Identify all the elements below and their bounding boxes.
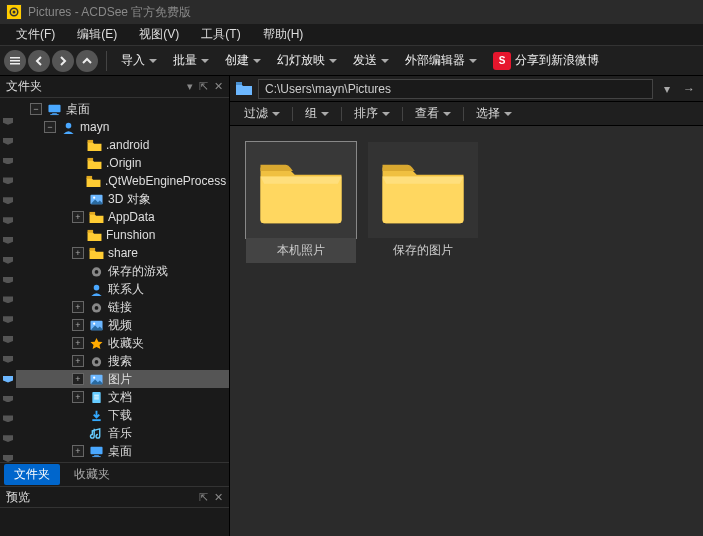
menu-button[interactable] — [4, 50, 26, 72]
select-dropdown[interactable]: 选择 — [470, 103, 518, 124]
svg-rect-2 — [10, 57, 20, 59]
menu-item[interactable]: 工具(T) — [191, 24, 250, 45]
filter-dropdown[interactable]: 过滤 — [238, 103, 286, 124]
close-icon[interactable]: ✕ — [214, 80, 223, 93]
collapse-icon[interactable]: − — [44, 121, 56, 133]
bookmark-marker[interactable] — [3, 197, 13, 204]
bookmark-marker[interactable] — [3, 277, 13, 284]
tree-node[interactable]: 下载 — [16, 406, 229, 424]
menu-item[interactable]: 帮助(H) — [253, 24, 314, 45]
menu-item[interactable]: 编辑(E) — [67, 24, 127, 45]
tree-node[interactable]: 3D 对象 — [16, 190, 229, 208]
sort-dropdown[interactable]: 排序 — [348, 103, 396, 124]
thumbnail-image — [368, 142, 478, 238]
expand-icon[interactable]: + — [72, 301, 84, 313]
tree-node[interactable]: +AppData — [16, 208, 229, 226]
folder-thumbnail[interactable]: 本机照片 — [246, 142, 356, 263]
expand-icon[interactable]: + — [72, 391, 84, 403]
collapse-icon[interactable]: − — [30, 103, 42, 115]
share-weibo-button[interactable]: S 分享到新浪微博 — [487, 50, 605, 72]
path-dropdown-icon[interactable]: ▾ — [659, 82, 675, 96]
tree-node[interactable]: 保存的游戏 — [16, 262, 229, 280]
tree-node[interactable]: Funshion — [16, 226, 229, 244]
bookmark-marker[interactable] — [3, 356, 13, 363]
folder-tree[interactable]: −桌面−mayn.android.Origin.QtWebEngineProce… — [16, 98, 229, 462]
bookmark-marker[interactable] — [3, 415, 13, 422]
tree-node[interactable]: .android — [16, 136, 229, 154]
tree-node-label: 3D 对象 — [108, 191, 151, 208]
spacer — [72, 265, 84, 277]
tree-node[interactable]: .Origin — [16, 154, 229, 172]
menu-item[interactable]: 视图(V) — [129, 24, 189, 45]
bookmark-marker[interactable] — [3, 118, 13, 125]
tree-node[interactable]: −桌面 — [16, 100, 229, 118]
back-button[interactable] — [28, 50, 50, 72]
bookmark-marker[interactable] — [3, 237, 13, 244]
tree-node-label: 视频 — [108, 317, 132, 334]
tree-node[interactable]: +搜索 — [16, 352, 229, 370]
expand-icon[interactable]: + — [72, 337, 84, 349]
close-icon[interactable]: ✕ — [214, 491, 223, 504]
bookmark-marker[interactable] — [3, 138, 13, 145]
bookmark-marker[interactable] — [3, 396, 13, 403]
tree-node[interactable]: 音乐 — [16, 424, 229, 442]
expand-icon[interactable]: + — [72, 373, 84, 385]
chevron-down-icon — [382, 112, 390, 116]
bookmark-marker[interactable] — [3, 316, 13, 323]
path-input[interactable] — [258, 79, 653, 99]
bookmark-marker[interactable] — [3, 217, 13, 224]
thumbnail-image — [246, 142, 356, 238]
bookmark-marker[interactable] — [3, 158, 13, 165]
tab-folders[interactable]: 文件夹 — [4, 464, 60, 485]
bookmark-marker[interactable] — [3, 296, 13, 303]
expand-icon[interactable]: + — [72, 211, 84, 223]
thumbnail-grid[interactable]: 本机照片保存的图片 — [230, 126, 703, 536]
bookmark-marker[interactable] — [3, 455, 13, 462]
send-dropdown[interactable]: 发送 — [347, 50, 395, 71]
tree-node[interactable]: −mayn — [16, 118, 229, 136]
view-dropdown[interactable]: 查看 — [409, 103, 457, 124]
expand-icon[interactable]: + — [72, 355, 84, 367]
tree-node[interactable]: .QtWebEngineProcess — [16, 172, 229, 190]
slideshow-dropdown[interactable]: 幻灯放映 — [271, 50, 343, 71]
bookmark-marker[interactable] — [3, 257, 13, 264]
import-dropdown[interactable]: 导入 — [115, 50, 163, 71]
panel-menu-icon[interactable]: ▾ — [187, 80, 193, 93]
tree-node[interactable]: 联系人 — [16, 280, 229, 298]
panel-title: 文件夹 — [6, 78, 42, 95]
go-button[interactable]: → — [681, 82, 697, 96]
pin-icon[interactable]: ⇱ — [199, 491, 208, 504]
expand-icon[interactable]: + — [72, 445, 84, 457]
tree-node[interactable]: +share — [16, 244, 229, 262]
external-editor-dropdown[interactable]: 外部编辑器 — [399, 50, 483, 71]
tab-favorites[interactable]: 收藏夹 — [64, 464, 120, 485]
tree-node[interactable]: +视频 — [16, 316, 229, 334]
tree-node[interactable]: +链接 — [16, 298, 229, 316]
folder-icon — [86, 174, 101, 188]
tree-node[interactable]: +收藏夹 — [16, 334, 229, 352]
bookmark-marker[interactable] — [3, 336, 13, 343]
group-dropdown[interactable]: 组 — [299, 103, 335, 124]
bookmark-marker[interactable] — [3, 435, 13, 442]
folder-thumbnail[interactable]: 保存的图片 — [368, 142, 478, 263]
folder-icon — [86, 228, 102, 242]
up-button[interactable] — [76, 50, 98, 72]
menu-item[interactable]: 文件(F) — [6, 24, 65, 45]
expand-icon[interactable]: + — [72, 247, 84, 259]
tree-node-label: 图片 — [108, 371, 132, 388]
tree-node[interactable]: +桌面 — [16, 442, 229, 460]
tree-node[interactable]: +图片 — [16, 370, 229, 388]
tree-node[interactable]: +文档 — [16, 388, 229, 406]
pic-icon — [88, 372, 104, 386]
panel-tabs: 文件夹 收藏夹 — [0, 462, 229, 486]
user-icon — [88, 282, 104, 296]
bookmark-marker[interactable] — [3, 177, 13, 184]
batch-dropdown[interactable]: 批量 — [167, 50, 215, 71]
expand-icon[interactable]: + — [72, 319, 84, 331]
forward-button[interactable] — [52, 50, 74, 72]
create-dropdown[interactable]: 创建 — [219, 50, 267, 71]
pin-icon[interactable]: ⇱ — [199, 80, 208, 93]
bookmark-marker[interactable] — [3, 376, 13, 383]
bookmark-strip — [0, 98, 16, 462]
chevron-down-icon — [381, 59, 389, 63]
